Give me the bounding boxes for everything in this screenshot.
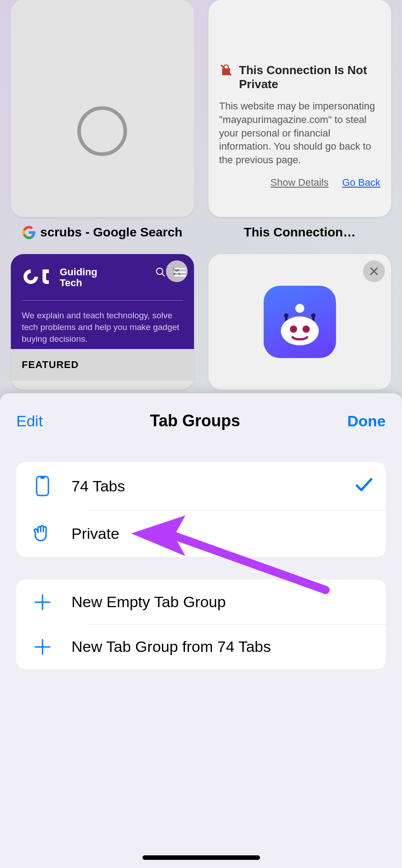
svg-rect-24 [40, 477, 45, 479]
tab-thumbnail: This Connection Is Not Private This webs… [208, 0, 392, 217]
tab-group-row-tabs[interactable]: 74 Tabs [16, 462, 386, 510]
reddit-app-icon [264, 286, 336, 358]
safari-compass-icon [77, 106, 127, 156]
brand-line-2: Tech [60, 278, 97, 288]
svg-point-10 [156, 268, 163, 274]
plus-icon [29, 594, 56, 611]
warning-body: This website may be impersonating "mayap… [219, 99, 381, 166]
tab-card[interactable]: scrubs - Google Search [11, 0, 194, 240]
tab-group-row-private[interactable]: Private [16, 510, 386, 557]
menu-icon[interactable] [174, 268, 186, 278]
row-label: New Tab Group from 74 Tabs [71, 638, 271, 656]
tab-thumbnail [11, 0, 194, 217]
featured-heading: FEATURED [11, 349, 194, 381]
row-label: New Empty Tab Group [71, 593, 226, 611]
plus-icon [29, 638, 56, 656]
tab-card[interactable] [208, 254, 392, 390]
svg-rect-23 [37, 476, 48, 495]
private-hand-icon [29, 524, 56, 543]
svg-point-18 [284, 313, 288, 318]
new-group-list: New Empty Tab Group New Tab Group from 7… [16, 580, 386, 669]
svg-point-8 [100, 129, 105, 134]
insecure-lock-icon [219, 63, 233, 80]
svg-point-20 [281, 316, 319, 345]
tab-thumbnail: Guiding Tech We explain and teach techno… [11, 254, 194, 390]
tab-card[interactable]: Guiding Tech We explain and teach techno… [11, 254, 194, 390]
new-group-from-tabs-row[interactable]: New Tab Group from 74 Tabs [16, 624, 386, 669]
close-tab-button[interactable] [363, 260, 385, 282]
tab-card[interactable]: This Connection Is Not Private This webs… [208, 0, 392, 240]
svg-point-22 [303, 326, 310, 333]
edit-button[interactable]: Edit [16, 412, 43, 430]
sheet-title: Tab Groups [150, 411, 240, 430]
device-icon [29, 476, 56, 496]
tab-overview-grid: scrubs - Google Search This Connection I… [0, 0, 402, 390]
done-button[interactable]: Done [347, 412, 386, 430]
svg-point-19 [311, 313, 316, 318]
tab-group-list: 74 Tabs Private [16, 462, 386, 557]
tab-title: This Connection… [208, 225, 392, 240]
svg-point-15 [295, 304, 304, 313]
go-back-link[interactable]: Go Back [342, 177, 380, 188]
site-tagline: We explain and teach technology, solve t… [22, 310, 183, 344]
svg-line-11 [162, 274, 165, 276]
new-empty-group-row[interactable]: New Empty Tab Group [16, 580, 386, 624]
tab-title: scrubs - Google Search [11, 225, 194, 240]
svg-point-21 [290, 326, 297, 333]
google-favicon-icon [22, 226, 36, 239]
tab-thumbnail [208, 254, 392, 390]
show-details-link[interactable]: Show Details [270, 177, 328, 188]
guidingtech-logo-icon [22, 267, 53, 288]
warning-title: This Connection Is Not Private [239, 63, 381, 91]
search-icon[interactable] [155, 267, 166, 279]
home-indicator[interactable] [142, 855, 260, 860]
row-label: Private [71, 525, 119, 542]
brand-line-1: Guiding [60, 267, 97, 278]
checkmark-icon [355, 477, 373, 495]
tab-groups-sheet: Edit Tab Groups Done 74 Tabs Private New… [0, 393, 402, 868]
row-label: 74 Tabs [71, 477, 125, 495]
